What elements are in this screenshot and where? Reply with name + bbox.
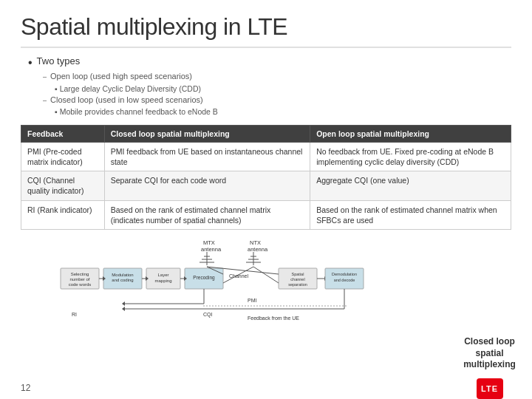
sub-dash-1: – bbox=[43, 72, 47, 82]
row3-closed: Based on the rank of estimated channel m… bbox=[104, 200, 310, 229]
svg-text:antenna: antenna bbox=[201, 246, 222, 253]
lte-logo: LTE bbox=[477, 378, 503, 399]
bottom-section: MTX antenna NTX antenna Selecting number bbox=[21, 237, 511, 322]
svg-text:antenna: antenna bbox=[248, 246, 268, 253]
svg-text:and decode: and decode bbox=[334, 278, 355, 282]
svg-text:Demodulation: Demodulation bbox=[332, 272, 357, 276]
row2-open: Aggregate CQI (one value) bbox=[310, 171, 511, 200]
bullet-two-types-text: Two types bbox=[37, 55, 81, 66]
comparison-table: Feedback Closed loop spatial multiplexin… bbox=[21, 125, 511, 230]
svg-text:Channel: Channel bbox=[229, 273, 249, 279]
row1-closed: PMI feedback from UE based on instantane… bbox=[104, 142, 310, 171]
svg-line-32 bbox=[253, 267, 279, 283]
slide: Spatial multiplexing in LTE • Two types … bbox=[0, 0, 532, 399]
svg-text:NTX: NTX bbox=[250, 239, 261, 246]
svg-marker-43 bbox=[122, 307, 125, 311]
svg-text:and coding: and coding bbox=[112, 278, 133, 282]
sub-bullet-closed-detail: ▪ Mobile provides channel feedback to eN… bbox=[55, 107, 511, 116]
row2-feedback: CQI (Channel quality indicator) bbox=[21, 171, 105, 200]
svg-text:RI: RI bbox=[72, 312, 77, 317]
svg-text:Precoding: Precoding bbox=[193, 275, 215, 281]
table-header-feedback: Feedback bbox=[21, 125, 105, 142]
bullet-dot-1: • bbox=[28, 55, 33, 69]
svg-text:mapping: mapping bbox=[154, 279, 171, 283]
closed-loop-line1: Closed loop bbox=[447, 336, 532, 348]
title-divider bbox=[21, 47, 511, 48]
svg-text:Selecting: Selecting bbox=[71, 272, 89, 276]
svg-text:PMI: PMI bbox=[248, 298, 257, 303]
svg-marker-39 bbox=[122, 301, 125, 306]
svg-text:Modulation: Modulation bbox=[112, 273, 133, 277]
slide-title: Spatial multiplexing in LTE bbox=[21, 13, 511, 41]
row2-closed: Separate CQI for each code word bbox=[104, 171, 310, 200]
svg-text:number of: number of bbox=[69, 277, 89, 282]
svg-text:Feedback from the UE: Feedback from the UE bbox=[248, 316, 299, 321]
sub-bullet-open: – Open loop (used high speed scenarios) bbox=[43, 72, 511, 82]
row1-feedback: PMI (Pre-coded matrix indicator) bbox=[21, 142, 105, 171]
page-number: 12 bbox=[21, 383, 30, 393]
table-header-closed: Closed loop spatial multiplexing bbox=[104, 125, 310, 142]
block-diagram-svg: MTX antenna NTX antenna Selecting number bbox=[21, 237, 511, 322]
closed-loop-line2: spatial bbox=[447, 348, 532, 360]
table-header-open: Open loop spatial multiplexing bbox=[310, 125, 511, 142]
svg-text:CQI: CQI bbox=[203, 312, 213, 318]
svg-text:Layer: Layer bbox=[157, 273, 168, 277]
closed-loop-label-box: Closed loop spatial multiplexing LTE bbox=[447, 336, 532, 399]
table-row: PMI (Pre-coded matrix indicator) PMI fee… bbox=[21, 142, 511, 171]
svg-text:Spatial: Spatial bbox=[292, 272, 304, 276]
sub-bullet-closed: – Closed loop (used in low speed scenari… bbox=[43, 95, 511, 106]
sub-bullet-open-text: Open loop (used high speed scenarios) bbox=[50, 72, 192, 81]
bullets-section: • Two types – Open loop (used high speed… bbox=[28, 55, 511, 116]
svg-text:separation: separation bbox=[288, 282, 307, 287]
mtx-label: MTX bbox=[203, 239, 215, 246]
svg-text:code words: code words bbox=[69, 282, 92, 287]
sub-dash-2: – bbox=[43, 95, 47, 106]
sub-bullet-closed-text: Closed loop (used in low speed scenarios… bbox=[50, 95, 203, 104]
table-row: CQI (Channel quality indicator) Separate… bbox=[21, 171, 511, 200]
row3-open: Based on the rank of estimated channel m… bbox=[310, 200, 511, 229]
bullet-marker-1: ▪ bbox=[55, 84, 60, 93]
bullet-marker-2: ▪ bbox=[55, 107, 60, 116]
diagram-area: MTX antenna NTX antenna Selecting number bbox=[21, 237, 511, 322]
row3-feedback: RI (Rank indicator) bbox=[21, 200, 105, 229]
svg-text:channel: channel bbox=[290, 277, 304, 282]
closed-loop-line3: multiplexing bbox=[447, 359, 532, 371]
table-row: RI (Rank indicator) Based on the rank of… bbox=[21, 200, 511, 229]
bullet-two-types: • Two types bbox=[28, 55, 511, 69]
row1-open: No feedback from UE. Fixed pre-coding at… bbox=[310, 142, 511, 171]
sub-bullet-open-detail: ▪ Large delay Cyclic Delay Diversity (CD… bbox=[55, 84, 511, 93]
